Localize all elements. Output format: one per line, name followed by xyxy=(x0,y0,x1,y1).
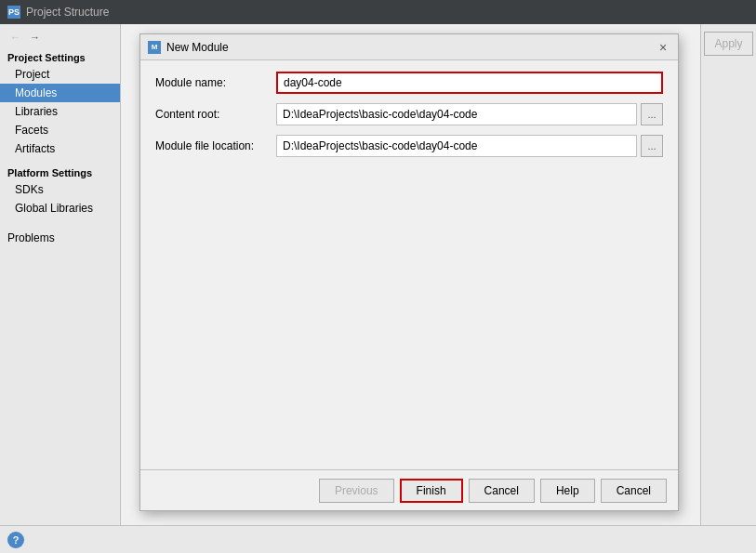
finish-button[interactable]: Finish xyxy=(400,479,463,503)
sidebar-item-sdks[interactable]: SDKs xyxy=(0,180,120,199)
content-root-browse-button[interactable]: ... xyxy=(641,103,663,125)
module-file-location-input[interactable] xyxy=(276,135,637,157)
modal-titlebar: M New Module × xyxy=(140,34,678,60)
outer-right-panel: Apply xyxy=(700,24,756,525)
sidebar-problems[interactable]: Problems xyxy=(0,229,120,247)
nav-back-icon[interactable]: ← xyxy=(7,31,23,44)
sidebar-item-project[interactable]: Project xyxy=(0,65,120,84)
outer-title-icon: PS xyxy=(7,6,20,19)
content-root-input-container: ... xyxy=(276,103,663,125)
sidebar-item-modules[interactable]: Modules xyxy=(0,84,120,102)
module-name-row: Module name: xyxy=(155,72,663,94)
platform-settings-header: Platform Settings xyxy=(0,158,120,180)
apply-button[interactable]: Apply xyxy=(704,32,752,56)
content-root-label: Content root: xyxy=(155,108,276,121)
help-icon-button[interactable]: ? xyxy=(7,532,24,548)
main-area: ← → Project Settings Project Modules Lib… xyxy=(0,24,756,525)
module-name-label: Module name: xyxy=(155,76,276,89)
bottom-bar: ? xyxy=(0,525,756,553)
content-root-input[interactable] xyxy=(276,103,637,125)
cancel-button[interactable]: Cancel xyxy=(469,479,535,503)
module-file-location-browse-button[interactable]: ... xyxy=(641,135,663,157)
help-button[interactable]: Help xyxy=(540,479,595,503)
modal-body: Module name: Content root: ... xyxy=(140,60,678,469)
content-root-row: Content root: ... xyxy=(155,103,663,125)
sidebar-item-libraries[interactable]: Libraries xyxy=(0,102,120,121)
module-file-location-label: Module file location: xyxy=(155,139,276,152)
module-file-location-input-container: ... xyxy=(276,135,663,157)
modal-footer: Previous Finish Cancel Help Cancel xyxy=(140,469,678,510)
dialog-area: M New Module × Module name: xyxy=(121,24,700,525)
new-module-dialog: M New Module × Module name: xyxy=(139,33,679,511)
sidebar-item-artifacts[interactable]: Artifacts xyxy=(0,139,120,158)
previous-button[interactable]: Previous xyxy=(319,479,394,503)
modal-title-icon: M xyxy=(148,41,161,54)
sidebar: ← → Project Settings Project Modules Lib… xyxy=(0,24,121,525)
modal-title-left: M New Module xyxy=(148,41,229,54)
modal-close-button[interactable]: × xyxy=(656,40,670,55)
project-settings-header: Project Settings xyxy=(0,46,120,65)
module-file-location-row: Module file location: ... xyxy=(155,135,663,157)
outer-window: PS Project Structure ← → Project Setting… xyxy=(0,0,756,553)
module-name-input-container xyxy=(276,72,663,94)
nav-forward-icon[interactable]: → xyxy=(27,31,43,44)
module-name-input[interactable] xyxy=(276,72,663,94)
outer-title-text: Project Structure xyxy=(26,6,109,19)
modal-title-text: New Module xyxy=(166,41,229,54)
sidebar-item-global-libraries[interactable]: Global Libraries xyxy=(0,199,120,217)
outer-cancel-button[interactable]: Cancel xyxy=(601,479,667,503)
sidebar-item-facets[interactable]: Facets xyxy=(0,121,120,139)
outer-titlebar: PS Project Structure xyxy=(0,0,756,24)
sidebar-nav: ← → xyxy=(0,28,120,46)
